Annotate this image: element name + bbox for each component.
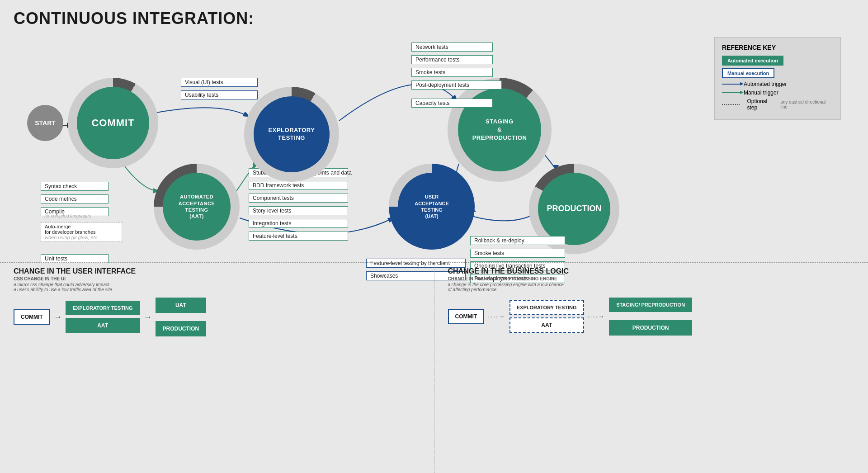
bl-uat-box: UAT: [156, 298, 207, 313]
ref-manual-box: Manual execution: [722, 68, 774, 78]
bl-aat-box: AAT: [66, 318, 140, 333]
staging-label-2: Smoke tests: [411, 68, 493, 77]
commit-circle: COMMIT: [68, 78, 158, 168]
br-prod-box: PRODUCTION: [609, 320, 692, 336]
br-desc: a change in the core processing engine w…: [448, 282, 855, 292]
br-staging-box: STAGING/ PREPRODUCTION: [609, 298, 692, 312]
uat-ring-inner: USERACCEPTANCETESTING(UAT): [398, 173, 466, 241]
commit-label-syntax: Syntax check: [41, 182, 108, 191]
ref-manual-trigger: Manual trigger: [722, 90, 833, 96]
ref-key-title: REFERENCE KEY: [722, 44, 833, 51]
ref-optional-arrow: [722, 104, 740, 105]
main-container: CONTINUOUS INTEGRATION:: [0, 0, 868, 473]
bottom-left: CHANGE IN THE USER INTERFACE CSS CHANGE …: [0, 262, 434, 473]
ref-automated: Automated execution: [722, 56, 833, 66]
commit-label-metrics: Code metrics: [41, 194, 108, 203]
br-branch: EXPLORATORY TESTING AAT: [509, 300, 584, 333]
staging-label-0: Network tests: [411, 43, 493, 52]
bl-arrow1: →: [54, 312, 62, 322]
bl-exp-box: EXPLORATORY TESTING: [66, 301, 140, 315]
uat-circle: USERACCEPTANCETESTING(UAT): [389, 164, 475, 250]
bottom-section: CHANGE IN THE USER INTERFACE CSS CHANGE …: [0, 262, 868, 473]
aat-label-4: Integration tests: [249, 219, 348, 228]
bl-spacer: [156, 316, 207, 318]
br-arrow1: ····→: [488, 313, 506, 320]
aat-label-1: BDD framework tests: [249, 181, 348, 190]
bl-branch: EXPLORATORY TESTING AAT: [66, 301, 140, 333]
aat-label-2: Component tests: [249, 194, 348, 203]
start-node: START: [27, 105, 63, 141]
exp-label-1: Usability tests: [181, 90, 258, 99]
br-aat-box: AAT: [509, 317, 584, 333]
staging-label-3: Post-deployment tests: [411, 80, 502, 90]
exp-label-0: Visual (UI) tests: [181, 78, 258, 87]
br-subtitle: CHANGE IN TRANSACTION PROCESSING ENGINE: [448, 276, 855, 281]
br-arrow2: ····→: [588, 313, 606, 320]
prod-label-0: Rollback & re-deploy: [470, 236, 565, 245]
reference-key: REFERENCE KEY Automated execution Manual…: [714, 37, 841, 120]
ref-auto-trigger: Automated trigger: [722, 81, 833, 87]
bl-desc: a mirror css change that could adversely…: [14, 282, 420, 292]
bl-subtitle: CSS CHANGE IN THE UI: [14, 276, 420, 281]
ref-optional: Optional step any dashed directional lin…: [722, 98, 833, 111]
ref-manual-trigger-arrow: [722, 92, 740, 93]
ref-automated-box: Automated execution: [722, 56, 783, 66]
aat-ring-inner: AUTOMATEDACCEPTANCETESTING(AAT): [163, 173, 231, 241]
br-exp-box: EXPLORATORY TESTING: [509, 300, 584, 315]
top-section: START COMMIT Syntax check Code metrics C…: [14, 33, 854, 290]
bl-branch2: UAT PRODUCTION: [156, 298, 207, 336]
commit-ring-inner: COMMIT: [77, 87, 149, 159]
prod-label-1: Smoke tests: [470, 249, 565, 258]
bl-flow: COMMIT → EXPLORATORY TESTING AAT → UAT: [14, 298, 420, 336]
br-spacer: [609, 315, 692, 317]
bl-commit-box: COMMIT: [14, 309, 50, 325]
br-branch2: STAGING/ PREPRODUCTION PRODUCTION: [609, 298, 692, 336]
br-title: CHANGE IN THE BUSINESS LOGIC: [448, 267, 855, 275]
aat-label-5: Feature-level tests: [249, 232, 348, 241]
br-commit-box: COMMIT: [448, 309, 485, 324]
aat-circle: AUTOMATEDACCEPTANCETESTING(AAT): [154, 164, 240, 250]
bl-title: CHANGE IN THE USER INTERFACE: [14, 267, 420, 275]
exp-ring-inner: EXPLORATORYTESTING: [254, 96, 330, 172]
ref-manual: Manual execution: [722, 68, 833, 78]
page-title: CONTINUOUS INTEGRATION:: [14, 9, 854, 28]
bl-arrow2: →: [144, 312, 152, 322]
commit-label-automerge: Auto-merge for developer branches when u…: [41, 222, 122, 241]
bottom-right: CHANGE IN THE BUSINESS LOGIC CHANGE IN T…: [434, 262, 868, 473]
ref-auto-trigger-arrow: [722, 84, 740, 85]
commit-label-compiled: for compiled languages: [44, 213, 91, 218]
prod-ring-inner: PRODUCTION: [538, 173, 610, 245]
br-flow: COMMIT ····→ EXPLORATORY TESTING AAT ···…: [448, 298, 855, 336]
staging-label-4: Capacity tests: [411, 99, 493, 108]
bl-prod-box: PRODUCTION: [156, 321, 207, 336]
exp-circle: EXPLORATORYTESTING: [244, 87, 339, 182]
commit-label-unit: Unit tests: [41, 254, 108, 263]
aat-label-3: Story-level tests: [249, 206, 348, 215]
staging-label-1: Performance tests: [411, 55, 493, 64]
